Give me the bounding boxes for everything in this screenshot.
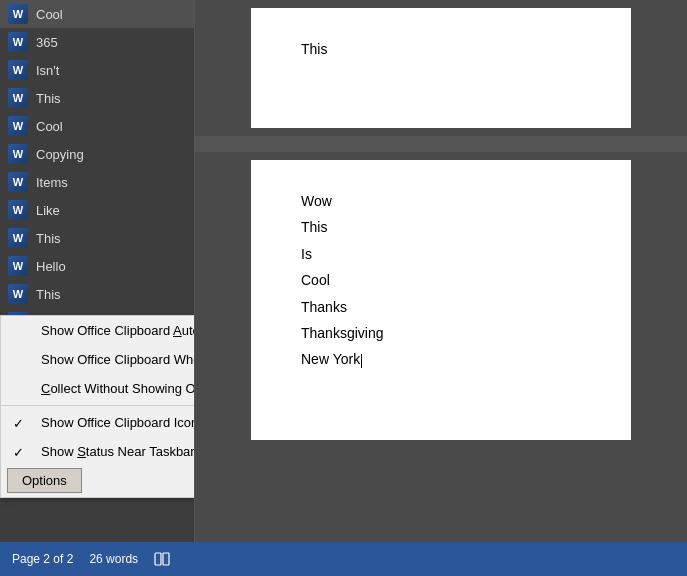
document-page-1: This bbox=[251, 8, 631, 128]
book-icon bbox=[154, 551, 170, 567]
clipboard-item[interactable]: WCool bbox=[0, 0, 194, 28]
doc-word-p2: This bbox=[301, 216, 581, 238]
page2-text: WowThisIsCoolThanksThanksgivingNew York bbox=[301, 190, 581, 371]
svg-rect-1 bbox=[163, 553, 169, 565]
context-menu-item-auto[interactable]: Show Office Clipboard Automatically bbox=[1, 316, 195, 345]
doc-word-p2: Wow bbox=[301, 190, 581, 212]
clipboard-item[interactable]: W365 bbox=[0, 28, 194, 56]
context-menu: Show Office Clipboard AutomaticallyShow … bbox=[0, 315, 195, 498]
clipboard-item-label: This bbox=[36, 91, 61, 106]
word-icon: W bbox=[8, 172, 28, 192]
clipboard-item-label: This bbox=[36, 231, 61, 246]
word-count: 26 words bbox=[89, 552, 138, 566]
clipboard-item[interactable]: WThis bbox=[0, 280, 194, 308]
word-icon: W bbox=[8, 228, 28, 248]
options-button[interactable]: Options bbox=[7, 468, 82, 493]
page-break bbox=[195, 136, 687, 152]
text-cursor bbox=[361, 354, 362, 368]
read-mode-icon[interactable] bbox=[154, 551, 170, 567]
clipboard-item[interactable]: WThis bbox=[0, 84, 194, 112]
document-panel: This WowThisIsCoolThanksThanksgivingNew … bbox=[195, 0, 687, 542]
word-count-text: 26 words bbox=[89, 552, 138, 566]
clipboard-item[interactable]: WCopying bbox=[0, 140, 194, 168]
word-icon: W bbox=[8, 144, 28, 164]
word-icon: W bbox=[8, 88, 28, 108]
doc-word-p2: Thanks bbox=[301, 296, 581, 318]
clipboard-item[interactable]: WLike bbox=[0, 196, 194, 224]
context-menu-item-ctrl-c[interactable]: Show Office Clipboard When Ctrl+C Presse… bbox=[1, 345, 195, 374]
clipboard-item-label: Hello bbox=[36, 259, 66, 274]
doc-word-p2: New York bbox=[301, 348, 581, 370]
clipboard-item-label: Items bbox=[36, 175, 68, 190]
status-bar: Page 2 of 2 26 words bbox=[0, 542, 687, 576]
clipboard-item-label: This bbox=[36, 287, 61, 302]
clipboard-item[interactable]: WCool bbox=[0, 112, 194, 140]
checkmark: ✓ bbox=[13, 415, 24, 430]
clipboard-item-label: Like bbox=[36, 203, 60, 218]
context-menu-item-collect[interactable]: Collect Without Showing Office Clipboard bbox=[1, 374, 195, 403]
page-container: This WowThisIsCoolThanksThanksgivingNew … bbox=[195, 0, 687, 542]
word-icon: W bbox=[8, 32, 28, 52]
clipboard-item[interactable]: WItems bbox=[0, 168, 194, 196]
word-icon: W bbox=[8, 116, 28, 136]
clipboard-item-label: Cool bbox=[36, 119, 63, 134]
clipboard-item-label: 365 bbox=[36, 35, 58, 50]
doc-word-p2: Cool bbox=[301, 269, 581, 291]
word-icon: W bbox=[8, 200, 28, 220]
page1-text: This bbox=[301, 38, 581, 60]
clipboard-item-label: Copying bbox=[36, 147, 84, 162]
clipboard-item[interactable]: WIsn't bbox=[0, 56, 194, 84]
context-menu-item-taskbar-icon[interactable]: ✓Show Office Clipboard Icon on Taskbar bbox=[1, 408, 195, 437]
checkmark: ✓ bbox=[13, 444, 24, 459]
clipboard-panel: WCoolW365WIsn'tWThisWCoolWCopyingWItemsW… bbox=[0, 0, 195, 542]
document-page-2: WowThisIsCoolThanksThanksgivingNew York bbox=[251, 160, 631, 440]
doc-word-p2: Is bbox=[301, 243, 581, 265]
word-icon: W bbox=[8, 256, 28, 276]
svg-rect-0 bbox=[155, 553, 161, 565]
word-icon: W bbox=[8, 284, 28, 304]
clipboard-item[interactable]: WThis bbox=[0, 224, 194, 252]
context-menu-item-status[interactable]: ✓Show Status Near Taskbar When Copying bbox=[1, 437, 195, 466]
clipboard-item-label: Isn't bbox=[36, 63, 59, 78]
clipboard-item-label: Cool bbox=[36, 7, 63, 22]
doc-word-p2: Thanksgiving bbox=[301, 322, 581, 344]
word-icon: W bbox=[8, 4, 28, 24]
page-info-text: Page 2 of 2 bbox=[12, 552, 73, 566]
word-icon: W bbox=[8, 60, 28, 80]
page-info: Page 2 of 2 bbox=[12, 552, 73, 566]
menu-divider bbox=[1, 405, 195, 406]
doc-word-this: This bbox=[301, 38, 581, 60]
clipboard-item[interactable]: WHello bbox=[0, 252, 194, 280]
